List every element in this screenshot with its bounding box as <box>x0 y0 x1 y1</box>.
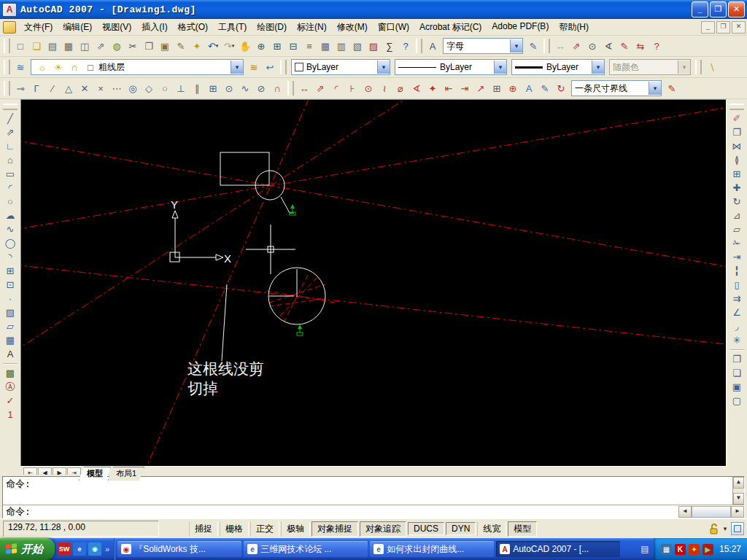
snap-perpendicular-icon[interactable]: ⊥ <box>173 80 189 96</box>
erase-icon[interactable]: ✐ <box>729 112 745 125</box>
download-tray-icon[interactable]: ▶ <box>703 544 713 555</box>
quick-leader-icon[interactable]: ↗ <box>473 80 489 96</box>
status-toggle-对象追踪[interactable]: 对象追踪 <box>360 521 406 537</box>
dropdown-arrow-icon[interactable] <box>231 61 243 74</box>
dim-edit-icon[interactable]: A <box>521 80 537 96</box>
line-entity[interactable] <box>281 197 290 213</box>
table-icon[interactable]: ▦ <box>2 333 18 347</box>
spline-icon[interactable]: ∿ <box>2 222 18 236</box>
construction-chord[interactable] <box>284 275 308 322</box>
snap-apparent-intersection-icon[interactable]: × <box>93 80 109 96</box>
tab-layout1[interactable]: 布局1 <box>108 467 144 481</box>
menu-insert[interactable]: 插入(I) <box>136 20 172 35</box>
dim-continue-icon[interactable]: ⇥ <box>457 80 473 96</box>
construction-line[interactable] <box>21 100 415 351</box>
plot-icon[interactable]: ▦ <box>61 38 77 54</box>
redo-icon[interactable]: ↷ <box>221 38 237 54</box>
brush-icon[interactable]: ∖ <box>704 59 720 75</box>
status-toggle-模型[interactable]: 模型 <box>508 521 537 537</box>
quicklaunch-chevron-icon[interactable]: » <box>104 545 111 553</box>
line-entity[interactable] <box>222 284 227 361</box>
dropdown-arrow-icon[interactable] <box>494 61 506 74</box>
toolbar-grip[interactable] <box>543 39 550 53</box>
restore-button[interactable]: ❐ <box>710 1 727 18</box>
command-history[interactable]: 命令: ▲ ▼ <box>3 477 744 505</box>
open-icon[interactable]: ❏ <box>28 38 44 54</box>
snap-intersection-icon[interactable]: ✕ <box>77 80 93 96</box>
toolbar-grip[interactable] <box>4 60 10 74</box>
start-button[interactable]: 开始 <box>0 538 55 560</box>
toolbar-grip[interactable] <box>4 39 10 53</box>
toolbar-grip[interactable] <box>3 104 18 110</box>
publish-icon[interactable]: ⇗ <box>93 38 109 54</box>
scroll-thumb[interactable] <box>692 506 731 518</box>
dim-text-edit-icon[interactable]: ✎ <box>537 80 553 96</box>
scroll-left-icon[interactable]: ◀ <box>678 506 692 518</box>
snap-none-icon[interactable]: ⊘ <box>253 80 269 96</box>
status-toggle-DUCS[interactable]: DUCS <box>408 522 444 535</box>
command-horizontal-scrollbar[interactable]: ◀ ▶ <box>678 506 744 518</box>
snap-parallel-icon[interactable]: ∥ <box>189 80 205 96</box>
status-toggle-捕捉[interactable]: 捕捉 <box>189 521 218 537</box>
status-menu-arrow-icon[interactable]: ▼ <box>722 526 728 532</box>
properties-icon[interactable]: ≡ <box>301 38 317 54</box>
menu-acrobat-comments[interactable]: Acrobat 标记(C) <box>414 20 487 35</box>
menu-modify[interactable]: 修改(M) <box>332 20 373 35</box>
dim-baseline-icon[interactable]: ⇤ <box>441 80 457 96</box>
dimension-style-dropdown[interactable]: 一条尺寸界线 <box>571 80 662 96</box>
layer-properties-manager-icon[interactable]: ≋ <box>12 59 28 75</box>
polyline-icon[interactable]: ∟ <box>2 139 18 153</box>
construction-line[interactable] <box>21 265 726 345</box>
mirror-icon[interactable]: ⋈ <box>729 139 745 153</box>
dropdown-arrow-icon[interactable] <box>649 82 661 95</box>
3d-dwf-icon[interactable]: ◍ <box>109 38 125 54</box>
revision-cloud-icon[interactable]: ☁ <box>2 209 18 222</box>
menu-window[interactable]: 窗口(W) <box>373 20 414 35</box>
layer-on-off-icon[interactable]: ☼ <box>34 59 50 75</box>
send-to-back-icon[interactable]: ❏ <box>729 366 745 380</box>
surface-finish-icon[interactable]: ✓ <box>2 394 18 408</box>
snap-node-icon[interactable]: ⊙ <box>221 80 237 96</box>
linetype-dropdown[interactable]: ByLayer <box>395 59 507 75</box>
rectangle-icon[interactable]: ▭ <box>2 167 18 181</box>
dim-linear-top-icon[interactable]: ↔ <box>552 38 568 54</box>
snap-tangent-icon[interactable]: ○ <box>157 80 173 96</box>
taskbar-task[interactable]: AAutoCAD 2007 - [... <box>496 541 620 557</box>
layer-dropdown[interactable]: ☼☀∩□ 粗线层 <box>31 59 244 75</box>
gradient-icon[interactable]: ▩ <box>2 366 18 380</box>
extend-icon[interactable]: ⇥ <box>729 250 745 264</box>
snap-from-icon[interactable]: Γ <box>28 80 44 96</box>
toolbar-grip[interactable] <box>729 104 744 110</box>
menu-file[interactable]: 文件(F) <box>19 20 58 35</box>
dim-radius-top-icon[interactable]: ⊙ <box>584 38 600 54</box>
trim-icon[interactable]: ✁ <box>729 236 745 250</box>
dim-aligned-icon[interactable]: ⇗ <box>312 80 328 96</box>
snap-endpoint-icon[interactable]: ∕ <box>44 80 61 96</box>
ellipse-arc-icon[interactable]: ◝ <box>2 250 18 264</box>
rectangle-entity[interactable] <box>220 152 269 185</box>
save-icon[interactable]: ▤ <box>44 38 61 54</box>
menu-view[interactable]: 视图(V) <box>97 20 136 35</box>
titlebar[interactable]: A AutoCAD 2007 - [Drawing1.dwg] _❐✕ <box>0 0 747 19</box>
snap-quadrant-icon[interactable]: ◇ <box>141 80 157 96</box>
drawing-canvas[interactable]: XY这根线没剪切掉 <box>20 99 727 466</box>
snap-extension-icon[interactable]: ⋯ <box>109 80 125 96</box>
dropdown-arrow-icon[interactable] <box>592 61 604 74</box>
mdi-minimize-button[interactable]: _ <box>701 21 715 34</box>
media-quicklaunch-icon[interactable]: ◉ <box>88 542 101 556</box>
toolbar-grip[interactable] <box>695 60 702 74</box>
cut-icon[interactable]: ✂ <box>125 38 141 54</box>
new-icon[interactable]: □ <box>12 38 28 54</box>
make-block-icon[interactable]: ⊡ <box>2 278 18 292</box>
snap-temporary-track-icon[interactable]: ⊸ <box>12 80 28 96</box>
layer-color-icon[interactable]: □ <box>82 59 98 75</box>
break-icon[interactable]: ▯ <box>729 278 745 292</box>
quick-dimension-icon[interactable]: ✦ <box>425 80 441 96</box>
dim-update-top-icon[interactable]: ⇆ <box>632 38 649 54</box>
layer-freeze-icon[interactable]: ☀ <box>50 59 66 75</box>
construction-line[interactable] <box>21 140 726 268</box>
menu-tools[interactable]: 工具(T) <box>213 20 252 35</box>
lineweight-dropdown[interactable]: ByLayer <box>511 59 605 75</box>
circle-icon[interactable]: ○ <box>2 195 18 209</box>
dim-angular-top-icon[interactable]: ∢ <box>600 38 616 54</box>
